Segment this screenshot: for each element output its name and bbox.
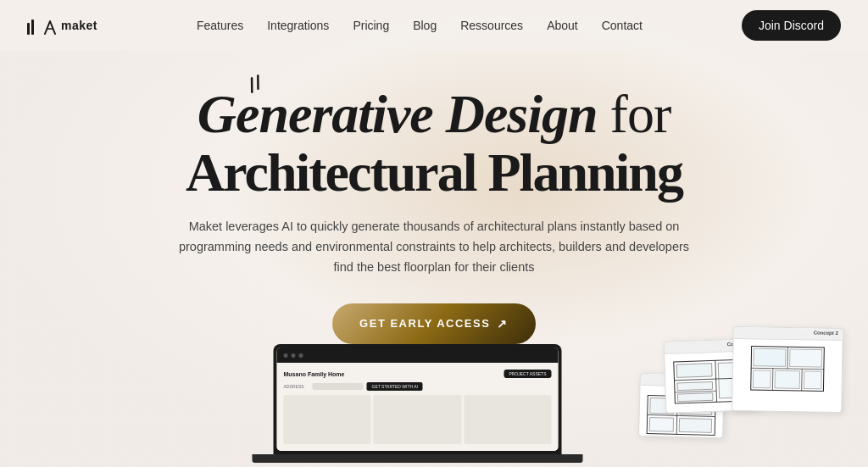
laptop-screen: Musano Family Home PROJECT ASSETS ADDRES… (274, 344, 562, 454)
nav-item-features[interactable]: Features (197, 18, 243, 33)
svg-rect-22 (754, 348, 786, 366)
laptop-inner: Musano Family Home PROJECT ASSETS ADDRES… (277, 347, 559, 451)
join-discord-button[interactable]: Join Discord (742, 10, 841, 41)
nav-item-blog[interactable]: Blog (413, 18, 437, 33)
svg-rect-8 (679, 418, 711, 432)
laptop-project-title: Musano Family Home (284, 371, 345, 377)
logo[interactable]: maket (27, 16, 97, 35)
svg-rect-24 (753, 370, 771, 388)
svg-rect-14 (677, 382, 713, 391)
laptop-cta: GET STARTED WITH AI (367, 382, 423, 391)
svg-line-0 (248, 78, 255, 92)
laptop-badge: PROJECT ASSETS (504, 370, 551, 378)
logo-mark (44, 19, 56, 35)
laptop-content: Musano Family Home PROJECT ASSETS ADDRES… (277, 363, 559, 451)
logo-text: maket (61, 19, 97, 32)
bottom-devices: Musano Family Home PROJECT ASSETS ADDRES… (0, 336, 868, 467)
svg-rect-26 (804, 371, 821, 389)
laptop-address-row: ADDRESS GET STARTED WITH AI (284, 382, 552, 391)
nav-item-ressources[interactable]: Ressources (460, 18, 523, 33)
svg-rect-15 (677, 393, 713, 402)
logo-icon (27, 16, 56, 35)
hero-subtitle: Maket leverages AI to quickly generate t… (171, 217, 697, 278)
dot-2 (292, 353, 296, 358)
laptop-address-label: ADDRESS (284, 384, 309, 389)
dot-1 (284, 353, 288, 358)
early-access-button[interactable]: GET EARLY ACCESS ↗ (332, 303, 536, 344)
hero-title-line2: Architectural Planning (186, 143, 682, 202)
svg-rect-23 (790, 349, 822, 367)
nav-item-integrations[interactable]: Integrations (267, 18, 329, 33)
nav-item-pricing[interactable]: Pricing (353, 18, 389, 33)
dot-3 (299, 353, 303, 358)
navbar: maket Features Integrations Pricing Blog… (0, 0, 868, 51)
svg-rect-7 (649, 418, 673, 432)
fp1-svg (737, 342, 839, 395)
grid-cell-1 (284, 395, 371, 444)
hero-section: Generative Design for Architectural Plan… (0, 51, 868, 344)
arrow-icon: ↗ (497, 317, 509, 331)
nav-item-about[interactable]: About (547, 18, 578, 33)
laptop-mockup: Musano Family Home PROJECT ASSETS ADDRES… (253, 344, 583, 467)
fp1-body (732, 339, 842, 398)
grid-cell-2 (374, 395, 461, 444)
nav-links: Features Integrations Pricing Blog Resso… (197, 18, 643, 33)
laptop-grid (284, 395, 552, 444)
svg-line-1 (254, 75, 261, 88)
laptop-base (253, 454, 583, 463)
laptop-address-field (313, 383, 364, 390)
grid-cell-3 (464, 395, 551, 444)
svg-rect-13 (676, 364, 712, 378)
laptop-topbar (277, 347, 559, 363)
svg-rect-25 (775, 370, 799, 388)
laptop-title-row: Musano Family Home PROJECT ASSETS (284, 370, 552, 378)
svg-line-12 (675, 391, 716, 392)
floor-plans: Concept 1 Concept 1 (631, 327, 843, 450)
svg-line-11 (715, 360, 717, 402)
nav-item-contact[interactable]: Contact (602, 18, 643, 33)
svg-line-4 (648, 414, 715, 416)
